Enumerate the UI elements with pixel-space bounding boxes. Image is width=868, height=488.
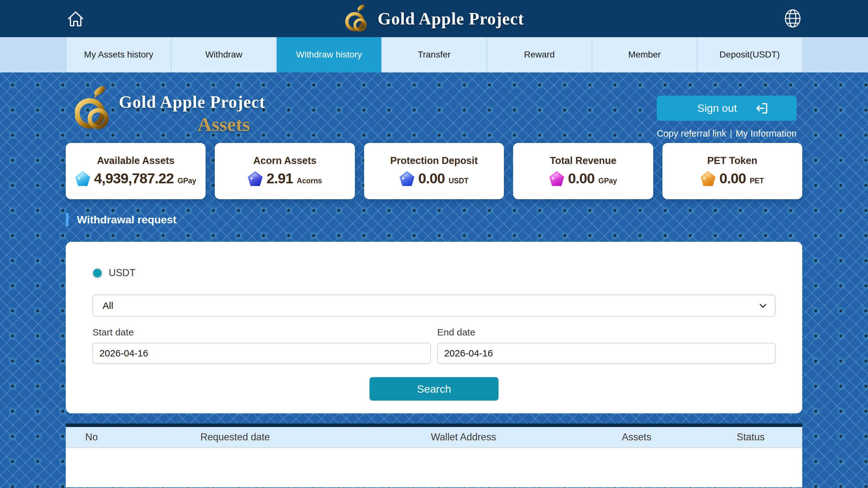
- card-unit: PET: [750, 177, 764, 187]
- brand-title: Gold Apple Project: [119, 92, 265, 112]
- card-unit: GPay: [598, 177, 617, 187]
- tab-label: Reward: [524, 48, 554, 61]
- tab-bar-filler-left: [0, 37, 66, 72]
- card-value: 0.00: [418, 170, 445, 187]
- radio-selected-icon: [92, 268, 102, 278]
- tab-member[interactable]: Member: [592, 37, 697, 72]
- gold-apple-logo-icon: [344, 4, 370, 36]
- gem-orange-icon: [701, 171, 715, 186]
- card-protection-deposit: Protection Deposit 0.00 USDT: [364, 143, 504, 199]
- end-date-label: End date: [437, 327, 776, 338]
- gem-magenta-icon: [549, 171, 564, 186]
- column-header-wallet-address: Wallet Address: [353, 431, 574, 443]
- main-tab-bar: My Assets history Withdraw Withdraw hist…: [0, 37, 868, 72]
- tab-withdraw[interactable]: Withdraw: [171, 37, 276, 72]
- card-title: Total Revenue: [513, 155, 653, 166]
- links-divider: |: [730, 128, 732, 139]
- tab-label: Member: [628, 48, 661, 61]
- search-button[interactable]: Search: [370, 377, 498, 401]
- column-header-assets: Assets: [574, 431, 699, 443]
- tab-deposit-usdt[interactable]: Deposit(USDT): [697, 37, 802, 72]
- card-title: Available Assets: [66, 155, 206, 166]
- card-available-assets: Available Assets 4,939,787.22 GPay: [66, 143, 206, 199]
- card-unit: Acorns: [297, 177, 322, 187]
- gold-apple-logo-icon: [75, 84, 112, 136]
- my-information-link[interactable]: My Information: [736, 128, 797, 139]
- page-brand: Gold Apple Project Assets: [75, 84, 265, 136]
- home-icon[interactable]: [67, 10, 85, 28]
- end-date-input[interactable]: [437, 343, 776, 364]
- table-body-empty: [66, 448, 802, 487]
- card-unit: GPay: [178, 177, 196, 187]
- sign-out-label: Sign out: [698, 102, 737, 114]
- account-links: Copy referral link | My Information: [657, 128, 797, 139]
- asset-cards-row: Available Assets 4,939,787.22 GPay Acorn…: [66, 143, 802, 199]
- logout-icon: [754, 101, 769, 116]
- tab-label: My Assets history: [84, 48, 153, 61]
- currency-radio-usdt[interactable]: USDT: [92, 267, 135, 279]
- card-title: PET Token: [662, 155, 802, 166]
- tab-withdraw-history[interactable]: Withdraw history: [276, 37, 381, 72]
- brand-subtitle: Assets: [119, 113, 265, 136]
- tab-my-assets-history[interactable]: My Assets history: [66, 37, 171, 72]
- select-selected-value: All: [103, 300, 113, 311]
- end-date-field: End date: [437, 327, 776, 364]
- card-value: 2.91: [267, 170, 293, 187]
- withdrawal-request-form: USDT All Start date End date Search: [66, 242, 802, 413]
- globe-language-icon[interactable]: [782, 8, 803, 29]
- card-total-revenue: Total Revenue 0.00 GPay: [513, 143, 653, 199]
- card-value: 0.00: [568, 170, 595, 187]
- sign-out-button[interactable]: Sign out: [657, 96, 797, 121]
- tab-reward[interactable]: Reward: [487, 37, 592, 72]
- currency-radio-label: USDT: [108, 267, 135, 279]
- page-title: Withdrawal request: [77, 214, 176, 226]
- gem-cyan-icon: [75, 171, 90, 186]
- main-content: Gold Apple Project Assets Sign out Copy …: [0, 72, 868, 488]
- card-unit: USDT: [448, 177, 469, 187]
- card-acorn-assets: Acorn Assets 2.91 Acorns: [215, 143, 354, 199]
- section-heading: Withdrawal request: [66, 213, 176, 226]
- card-title: Acorn Assets: [215, 155, 354, 166]
- table-header-row: No Requested date Wallet Address Assets …: [66, 427, 802, 448]
- tab-label: Withdraw: [205, 48, 242, 61]
- start-date-input[interactable]: [92, 343, 431, 364]
- start-date-field: Start date: [92, 327, 431, 364]
- column-header-no: No: [66, 431, 117, 443]
- table-top-accent-bar: [66, 424, 802, 427]
- gem-blue-icon: [399, 171, 414, 186]
- tab-label: Withdraw history: [296, 48, 362, 61]
- tab-label: Transfer: [418, 48, 451, 61]
- gem-royal-blue-icon: [248, 171, 263, 186]
- card-pet-token: PET Token 0.00 PET: [662, 143, 802, 199]
- card-value: 4,939,787.22: [94, 170, 174, 187]
- heading-accent-bar: [66, 213, 69, 226]
- top-navbar: Gold Apple Project: [0, 0, 868, 37]
- chevron-down-icon: [760, 301, 766, 308]
- column-header-requested-date: Requested date: [117, 431, 353, 443]
- tab-bar-filler-right: [802, 37, 868, 72]
- navbar-brand: Gold Apple Project: [344, 2, 524, 36]
- tab-label: Deposit(USDT): [720, 48, 780, 61]
- date-range-row: Start date End date: [92, 327, 776, 364]
- card-value: 0.00: [719, 170, 746, 187]
- card-title: Protection Deposit: [364, 155, 504, 166]
- account-actions: Sign out Copy referral link | My Informa…: [657, 96, 797, 139]
- start-date-label: Start date: [92, 327, 431, 338]
- navbar-brand-text: Gold Apple Project: [378, 9, 524, 29]
- tab-transfer[interactable]: Transfer: [381, 37, 487, 72]
- withdrawal-history-table: No Requested date Wallet Address Assets …: [66, 424, 802, 487]
- type-filter-select[interactable]: All: [92, 295, 776, 317]
- column-header-status: Status: [699, 431, 802, 443]
- copy-referral-link[interactable]: Copy referral link: [657, 128, 726, 139]
